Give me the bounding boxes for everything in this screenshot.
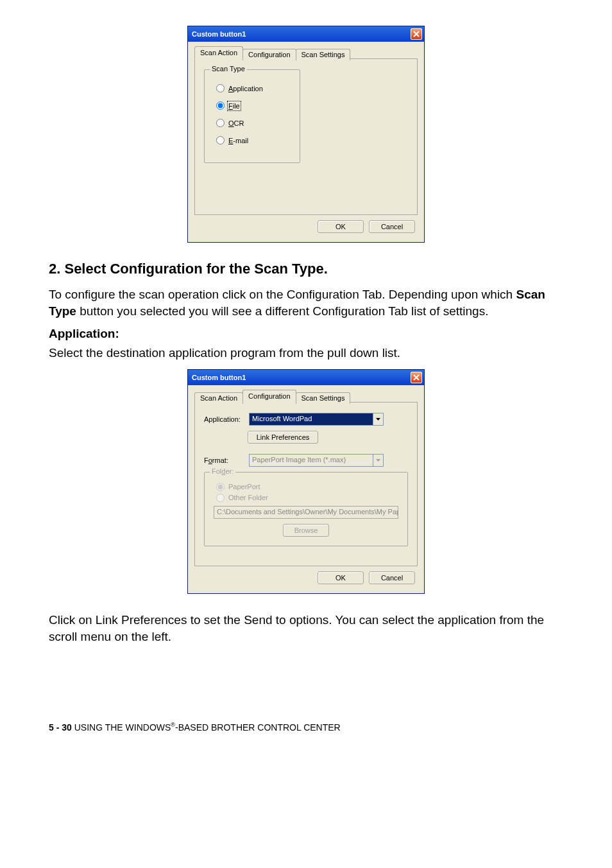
scan-type-group: Scan Type Application File OCR <box>204 69 300 163</box>
body-paragraph-2: Select the destination application progr… <box>49 345 563 361</box>
label-application: Application <box>228 85 263 92</box>
tab-strip: Scan Action Configuration Scan Settings <box>194 390 418 403</box>
group-title: Scan Type <box>212 65 245 73</box>
label-application: Application: <box>204 415 241 423</box>
close-icon[interactable] <box>411 372 422 383</box>
radio-file[interactable] <box>216 101 225 110</box>
radio-application[interactable] <box>216 84 225 92</box>
tab-scan-action[interactable]: Scan Action <box>194 46 243 59</box>
cancel-button[interactable]: Cancel <box>369 571 415 584</box>
ok-button[interactable]: OK <box>318 571 364 584</box>
folder-path-field: C:\Documents and Settings\Owner\My Docum… <box>214 506 398 519</box>
ok-button[interactable]: OK <box>318 220 364 233</box>
browse-button: Browse <box>283 524 329 537</box>
titlebar: Custom button1 <box>188 370 424 385</box>
label-other-folder: Other Folder <box>228 494 268 501</box>
cancel-button[interactable]: Cancel <box>369 220 415 233</box>
radio-other-folder <box>216 494 225 502</box>
format-value: PaperPort Image Item (*.max) <box>250 455 373 466</box>
dialog-scan-action: Custom button1 Scan Action Configuration… <box>187 26 425 243</box>
group-folder-title: Folder: <box>212 467 234 475</box>
radio-paperport <box>216 483 225 491</box>
tab-configuration[interactable]: Configuration <box>242 390 296 403</box>
tab-scan-settings[interactable]: Scan Settings <box>296 49 351 60</box>
radio-email[interactable] <box>216 136 225 144</box>
close-icon[interactable] <box>411 28 422 40</box>
tab-scan-action[interactable]: Scan Action <box>194 392 243 404</box>
link-preferences-button[interactable]: Link Preferences <box>248 431 318 444</box>
label-file: File <box>228 102 240 110</box>
chevron-down-icon <box>373 455 383 466</box>
body-paragraph-1: To configure the scan operation click on… <box>49 286 563 319</box>
format-dropdown: PaperPort Image Item (*.max) <box>249 454 384 467</box>
dialog-title: Custom button1 <box>192 30 246 38</box>
chevron-down-icon[interactable] <box>373 413 383 425</box>
section-heading: 2. Select Configuration for the Scan Typ… <box>49 261 563 277</box>
label-paperport: PaperPort <box>228 483 260 490</box>
subheading-application: Application: <box>49 327 563 341</box>
application-value: Microsoft WordPad <box>250 413 373 425</box>
label-ocr: OCR <box>228 119 244 127</box>
application-dropdown[interactable]: Microsoft WordPad <box>249 413 384 426</box>
tab-configuration[interactable]: Configuration <box>242 49 296 60</box>
radio-ocr[interactable] <box>216 119 225 127</box>
dialog-configuration: Custom button1 Scan Action Configuration… <box>187 369 425 594</box>
tab-scan-settings[interactable]: Scan Settings <box>296 392 351 404</box>
label-email: E-mail <box>228 137 248 144</box>
dialog-title: Custom button1 <box>192 374 246 381</box>
page-footer: 5 - 30 USING THE WINDOWS®-BASED BROTHER … <box>49 722 563 733</box>
label-format: Format: <box>204 456 228 464</box>
titlebar: Custom button1 <box>188 26 424 42</box>
folder-group: Folder:Folder: PaperPort Other Folder C:… <box>204 472 408 546</box>
tab-strip: Scan Action Configuration Scan Settings <box>194 46 418 59</box>
body-paragraph-3: Click on Link Preferences to set the Sen… <box>49 612 563 645</box>
